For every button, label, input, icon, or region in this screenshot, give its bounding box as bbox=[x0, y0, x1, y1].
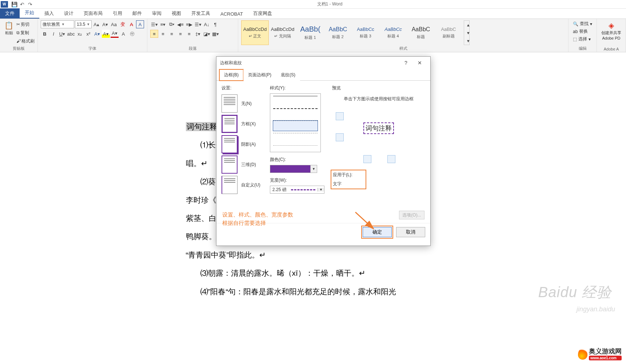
align-left-button[interactable]: ≡ bbox=[150, 30, 158, 38]
redo-icon[interactable]: ↷ bbox=[26, 0, 34, 8]
word-app-icon: W bbox=[1, 1, 8, 8]
tab-layout[interactable]: 页面布局 bbox=[79, 8, 108, 19]
paste-button[interactable]: 📋 粘贴 bbox=[3, 20, 15, 36]
sort-button[interactable]: A↓ bbox=[203, 20, 211, 28]
style-heading1[interactable]: AaBb(标题 1 bbox=[296, 20, 324, 45]
shrink-font-button[interactable]: A▾ bbox=[101, 20, 109, 28]
font-name-combo[interactable]: 微软雅黑▼ bbox=[41, 20, 74, 28]
grow-font-button[interactable]: A▴ bbox=[92, 20, 100, 28]
style-name: 副标题 bbox=[443, 33, 455, 39]
style-nospacing[interactable]: AaBbCcDd↵ 无间隔 bbox=[269, 20, 296, 45]
find-button[interactable]: 🔍查找▾ bbox=[571, 20, 594, 27]
char-shading-button[interactable]: A bbox=[119, 30, 127, 38]
asian-layout-button[interactable]: ☰▾ bbox=[194, 20, 202, 28]
phonetic-guide-button[interactable]: 变 bbox=[119, 20, 127, 28]
styles-down-button[interactable]: ▾ bbox=[464, 29, 472, 37]
tab-baidu[interactable]: 百度网盘 bbox=[248, 8, 277, 19]
replace-button[interactable]: ab替换 bbox=[571, 28, 594, 35]
highlight-button[interactable]: A▾ bbox=[102, 30, 110, 38]
adobe-create-label: 创建并共享 bbox=[601, 30, 621, 36]
copy-icon: ⧉ bbox=[16, 30, 20, 35]
style-subtitle[interactable]: AaBbC副标题 bbox=[435, 20, 462, 45]
tab-references[interactable]: 引用 bbox=[108, 8, 127, 19]
format-painter-button[interactable]: 🖌格式刷 bbox=[16, 37, 35, 45]
change-case-button[interactable]: Aa bbox=[110, 20, 118, 28]
text-effect-button[interactable]: A▾ bbox=[93, 30, 101, 38]
paste-label: 粘贴 bbox=[5, 30, 13, 36]
bold-button[interactable]: B bbox=[41, 30, 49, 38]
tab-review[interactable]: 审阅 bbox=[147, 8, 167, 19]
search-icon: 🔍 bbox=[573, 21, 578, 27]
style-normal[interactable]: AaBbCcDd↵ 正文 bbox=[241, 20, 269, 45]
align-center-button[interactable]: ≡ bbox=[159, 30, 167, 38]
undo-icon[interactable]: ↶ bbox=[18, 0, 26, 8]
adobe-create-button[interactable]: ◈ 创建并共享 Adobe PD bbox=[600, 20, 623, 41]
font-color-button[interactable]: A▾ bbox=[111, 30, 119, 38]
tab-dev[interactable]: 开发工具 bbox=[186, 8, 215, 19]
select-icon: ⬚ bbox=[573, 37, 577, 42]
multilevel-button[interactable]: ⧉▾ bbox=[168, 20, 176, 28]
font-size-value: 13.5 bbox=[77, 22, 85, 27]
group-font-label: 字体 bbox=[41, 45, 144, 52]
chevron-down-icon: ▾ bbox=[589, 37, 591, 42]
underline-button[interactable]: U▾ bbox=[58, 30, 66, 38]
save-icon[interactable]: 💾 bbox=[10, 0, 18, 8]
tab-design[interactable]: 设计 bbox=[59, 8, 79, 19]
align-right-button[interactable]: ≡ bbox=[168, 30, 176, 38]
shading-button[interactable]: ◪▾ bbox=[203, 30, 211, 38]
style-name: 标题 4 bbox=[387, 33, 399, 39]
numbering-button[interactable]: ≡▾ bbox=[159, 20, 167, 28]
group-font: 微软雅黑▼ 13.5▼ A▴ A▾ Aa 变 A̶ A B I U▾ abc x… bbox=[38, 19, 147, 52]
superscript-button[interactable]: x² bbox=[84, 30, 92, 38]
font-name-value: 微软雅黑 bbox=[43, 21, 60, 28]
group-clipboard: 📋 粘贴 ✂剪切 ⧉复制 🖌格式刷 剪贴板 bbox=[0, 19, 38, 52]
clear-format-button[interactable]: A̶ bbox=[127, 20, 135, 28]
group-paragraph-label: 段落 bbox=[150, 45, 235, 52]
ribbon-tabs: 文件 开始 插入 设计 页面布局 引用 邮件 审阅 视图 开发工具 ACROBA… bbox=[0, 9, 626, 19]
group-clipboard-label: 剪贴板 bbox=[3, 45, 35, 52]
cut-label: 剪切 bbox=[21, 21, 29, 28]
show-marks-button[interactable]: ¶ bbox=[211, 20, 219, 28]
cut-button[interactable]: ✂剪切 bbox=[16, 20, 35, 28]
style-name: 标题 bbox=[417, 34, 425, 40]
styles-up-button[interactable]: ▴ bbox=[464, 21, 472, 29]
group-styles: AaBbCcDd↵ 正文 AaBbCcDd↵ 无间隔 AaBb(标题 1 AaB… bbox=[238, 19, 569, 52]
tab-home[interactable]: 开始 bbox=[20, 8, 39, 19]
copy-button[interactable]: ⧉复制 bbox=[16, 29, 35, 37]
adobe-pd-label: Adobe PD bbox=[602, 36, 620, 40]
bullets-button[interactable]: ☰▾ bbox=[150, 20, 158, 28]
borders-button[interactable]: ▦▾ bbox=[211, 30, 219, 38]
style-heading2[interactable]: AaBbC标题 2 bbox=[324, 20, 352, 45]
char-border-button[interactable]: A bbox=[136, 20, 144, 28]
find-label: 查找 bbox=[580, 21, 589, 27]
style-preview: AaBbC bbox=[329, 26, 347, 33]
group-editing: 🔍查找▾ ab替换 ⬚选择▾ 编辑 bbox=[569, 19, 597, 52]
decrease-indent-button[interactable]: ◀≡ bbox=[176, 20, 184, 28]
style-preview: AaBbCc bbox=[384, 27, 402, 32]
styles-more-button[interactable]: ▾ bbox=[464, 37, 472, 45]
brush-icon: 🖌 bbox=[16, 39, 21, 44]
strike-button[interactable]: abc bbox=[67, 30, 75, 38]
tab-acrobat[interactable]: ACROBAT bbox=[215, 9, 248, 19]
tab-mail[interactable]: 邮件 bbox=[127, 8, 147, 19]
subscript-button[interactable]: x₂ bbox=[76, 30, 84, 38]
select-label: 选择 bbox=[578, 36, 587, 42]
select-button[interactable]: ⬚选择▾ bbox=[571, 36, 594, 43]
style-heading3[interactable]: AaBbCc标题 3 bbox=[352, 20, 379, 45]
tab-file[interactable]: 文件 bbox=[0, 8, 20, 19]
font-size-combo[interactable]: 13.5▼ bbox=[75, 20, 92, 28]
line-spacing-button[interactable]: ‡▾ bbox=[194, 30, 202, 38]
style-heading4[interactable]: AaBbCc标题 4 bbox=[379, 20, 407, 45]
italic-button[interactable]: I bbox=[49, 30, 57, 38]
distribute-button[interactable]: ≡ bbox=[185, 30, 193, 38]
enclose-char-button[interactable]: ㊥ bbox=[128, 30, 136, 38]
tab-insert[interactable]: 插入 bbox=[39, 8, 59, 19]
tab-view[interactable]: 视图 bbox=[167, 8, 186, 19]
justify-button[interactable]: ≡ bbox=[176, 30, 184, 38]
chevron-down-icon: ▼ bbox=[61, 23, 65, 26]
increase-indent-button[interactable]: ≡▶ bbox=[185, 20, 193, 28]
styles-gallery[interactable]: AaBbCcDd↵ 正文 AaBbCcDd↵ 无间隔 AaBb(标题 1 AaB… bbox=[241, 20, 462, 45]
style-title[interactable]: AaBbC标题 bbox=[407, 20, 435, 45]
chevron-down-icon: ▼ bbox=[87, 23, 90, 26]
style-preview: AaBbCcDd bbox=[243, 27, 267, 32]
